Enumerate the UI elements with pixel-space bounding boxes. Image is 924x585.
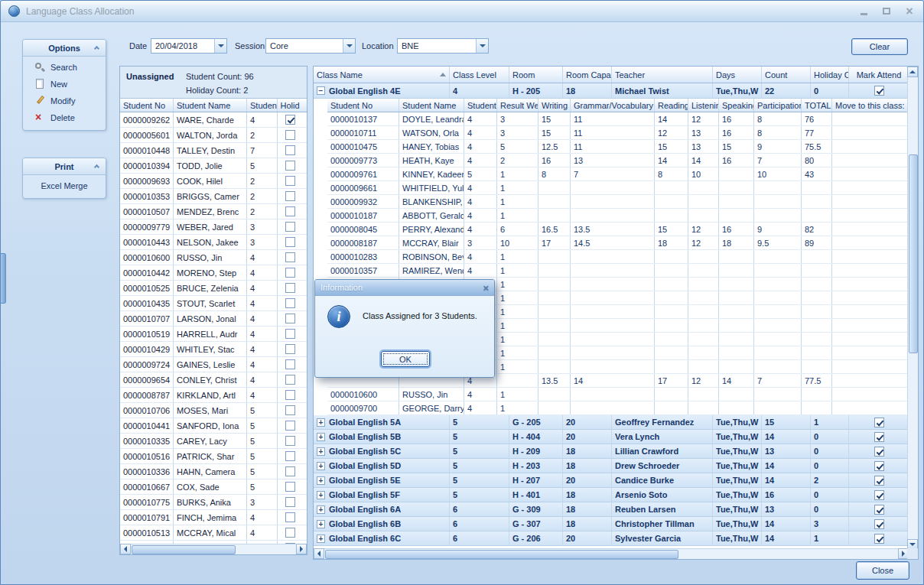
unassigned-student-row[interactable]: 0000010600 RUSSO, Jin 4	[120, 250, 307, 265]
print-panel-header[interactable]: Print	[23, 158, 106, 175]
unassigned-student-row[interactable]: 0000010335 CAREY, Lacy 5	[120, 434, 307, 449]
column-header-days[interactable]: Days	[713, 67, 762, 83]
unassigned-student-row[interactable]: 0000010707 LARSON, Jonal 4	[120, 311, 307, 327]
holiday-checkbox[interactable]	[285, 191, 295, 201]
unassigned-student-row[interactable]: 0000005601 WALTON, Jorda 2	[120, 128, 307, 143]
holiday-checkbox[interactable]	[285, 359, 295, 369]
unassigned-student-row[interactable]: 0000010448 TALLEY, Destin 7	[120, 143, 307, 158]
class-row[interactable]: + Global English 5F 5 H - 401 18 Arsenio…	[314, 488, 909, 502]
scrollbar-thumb[interactable]	[325, 550, 678, 559]
holiday-checkbox[interactable]	[285, 252, 295, 262]
unassigned-student-row[interactable]: 0000010336 HAHN, Camera 5	[120, 464, 307, 479]
mark-attend-checkbox[interactable]	[874, 461, 884, 471]
holiday-checkbox[interactable]	[285, 451, 295, 461]
mark-attend-checkbox[interactable]	[874, 476, 884, 486]
scroll-up-button[interactable]	[907, 67, 918, 77]
unassigned-student-row[interactable]: 0000010513 MCCRAY, Mical 4	[120, 525, 307, 541]
class-row[interactable]: + Global English 6C 6 G - 206 20 Sylvest…	[314, 531, 909, 546]
date-dropdown-button[interactable]	[214, 39, 226, 53]
holiday-checkbox[interactable]	[285, 268, 295, 278]
column-header[interactable]: Reading	[655, 99, 688, 112]
holiday-checkbox[interactable]	[285, 298, 295, 308]
scrollbar-thumb[interactable]	[132, 545, 236, 554]
sidebar-item-delete[interactable]: × Delete	[23, 109, 106, 126]
column-header[interactable]: Student	[464, 99, 497, 112]
scroll-right-button[interactable]	[296, 544, 307, 554]
class-student-row[interactable]: 0000008187 MCCRAY, Blair 3 10 17 14.5 18…	[327, 236, 909, 250]
unassigned-student-row[interactable]: 0000010791 FINCH, Jemima 4	[120, 510, 307, 525]
splitter-grip[interactable]	[1, 253, 6, 304]
class-row[interactable]: + Global English 6A 6 G - 309 18 Reuben …	[314, 502, 909, 517]
holiday-checkbox[interactable]	[285, 375, 295, 385]
mark-attend-checkbox[interactable]	[874, 432, 884, 442]
column-header[interactable]: Student No	[120, 99, 174, 112]
expand-icon[interactable]: +	[317, 520, 325, 528]
column-header[interactable]: Student L	[247, 99, 278, 112]
holiday-checkbox[interactable]	[285, 115, 295, 125]
column-header[interactable]: Student Name	[399, 99, 464, 112]
holiday-checkbox[interactable]	[285, 283, 295, 293]
scroll-left-button[interactable]	[314, 548, 324, 559]
column-header[interactable]: Writing	[538, 99, 571, 112]
ok-button[interactable]: OK	[381, 351, 430, 367]
column-header[interactable]: Move to this class:	[832, 99, 909, 112]
unassigned-student-row[interactable]: 0000010442 MORENO, Step 4	[120, 265, 307, 281]
unassigned-student-row[interactable]: 0000010394 TODD, Jolie 5	[120, 158, 307, 174]
class-student-row[interactable]: 0000009700 GEORGE, Darryl 4 1	[327, 401, 909, 415]
expand-icon[interactable]: +	[317, 433, 325, 441]
class-row[interactable]: + Global English 6B 6 G - 307 18 Christo…	[314, 517, 909, 531]
class-row[interactable]: + Global English 5B 5 H - 404 20 Vera Ly…	[314, 430, 909, 444]
mark-attend-checkbox[interactable]	[874, 534, 884, 544]
expand-icon[interactable]: +	[317, 447, 325, 456]
unassigned-student-row[interactable]: 0000010441 SANFORD, Iona 5	[120, 418, 307, 434]
column-header-class-name[interactable]: Class Name	[314, 67, 450, 83]
minimize-button[interactable]	[857, 5, 870, 18]
mark-attend-checkbox[interactable]	[874, 418, 884, 427]
unassigned-student-row[interactable]: 0000009654 CONLEY, Christ 4	[120, 372, 307, 388]
holiday-checkbox[interactable]	[285, 482, 295, 492]
class-student-row[interactable]: 0000010600 RUSSO, Jin 4 1	[327, 388, 909, 401]
unassigned-student-row[interactable]: 0000009724 GAINES, Leslie 4	[120, 357, 307, 372]
mark-attend-checkbox[interactable]	[874, 490, 884, 500]
unassigned-horizontal-scrollbar[interactable]	[120, 544, 307, 554]
column-header[interactable]: Grammar/Vocabulary	[571, 99, 655, 112]
collapse-icon[interactable]: −	[317, 86, 325, 95]
location-dropdown-button[interactable]	[476, 39, 488, 53]
scrollbar-thumb[interactable]	[909, 154, 918, 353]
column-header-room-capacity[interactable]: Room Capacit	[563, 67, 612, 83]
holiday-checkbox[interactable]	[285, 329, 295, 339]
sidebar-item-search[interactable]: Search	[23, 59, 106, 76]
column-header[interactable]: Participation	[754, 99, 802, 112]
holiday-checkbox[interactable]	[285, 528, 295, 538]
unassigned-student-row[interactable]: 0000009693 COOK, Hilel 2	[120, 174, 307, 189]
classes-horizontal-scrollbar[interactable]	[314, 548, 909, 559]
class-student-row[interactable]: 0000009773 HEATH, Kaye 4 2 16 13 14 14 1…	[327, 154, 909, 167]
holiday-checkbox[interactable]	[285, 344, 295, 354]
column-header-count[interactable]: Count	[762, 67, 811, 83]
column-header-holiday-count[interactable]: Holiday Cour	[811, 67, 849, 83]
class-row-expanded[interactable]: − Global English 4E 4 H - 205 18 Michael…	[314, 83, 909, 99]
maximize-button[interactable]	[880, 5, 893, 18]
expand-icon[interactable]: +	[317, 491, 325, 499]
classes-vertical-scrollbar[interactable]	[907, 67, 918, 550]
options-panel-header[interactable]: Options	[23, 40, 106, 57]
expand-icon[interactable]: +	[317, 476, 325, 485]
unassigned-student-row[interactable]: 0000010429 WHITLEY, Stac 4	[120, 342, 307, 357]
class-student-row[interactable]: 0000010187 ABBOTT, Geraldine 4 1	[327, 209, 909, 223]
class-student-row[interactable]: 0000010137 DOYLE, Leandra 4 3 15 11 14 1…	[327, 112, 909, 126]
unassigned-student-row[interactable]: 0000010443 NELSON, Jakee 3	[120, 235, 307, 250]
unassigned-student-row[interactable]: 0000010519 HARRELL, Audr 4	[120, 327, 307, 342]
holiday-checkbox[interactable]	[285, 161, 295, 171]
mark-attend-checkbox[interactable]	[874, 519, 884, 529]
unassigned-student-row[interactable]: 0000009262 WARE, Charde 4	[120, 112, 307, 128]
clear-button[interactable]: Clear	[851, 38, 908, 55]
unassigned-student-row[interactable]: 0000010353 BRIGGS, Camer 2	[120, 189, 307, 204]
column-header[interactable]: Holid	[278, 99, 302, 112]
unassigned-student-row[interactable]: 0000010435 STOUT, Scarlet 4	[120, 296, 307, 311]
unassigned-student-row[interactable]: 0000010775 BURKS, Anika 3	[120, 495, 307, 510]
unassigned-student-row[interactable]: 0000010667 COX, Sade 5	[120, 479, 307, 495]
session-select[interactable]: Core	[265, 38, 356, 54]
expand-icon[interactable]: +	[317, 535, 325, 543]
unassigned-student-row[interactable]: 0000010525 BRUCE, Zelenia 4	[120, 281, 307, 296]
column-header-room[interactable]: Room	[509, 67, 563, 83]
